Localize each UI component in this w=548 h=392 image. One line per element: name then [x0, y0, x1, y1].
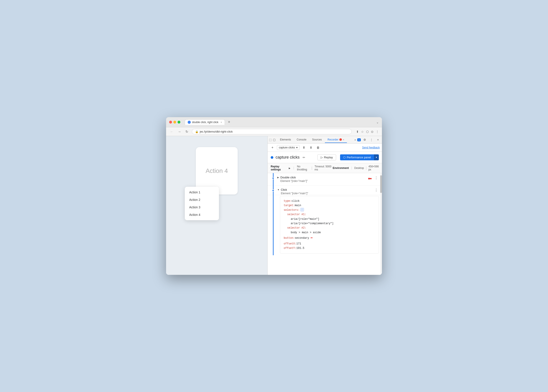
red-arrow-icon-1: ⬅ [368, 176, 372, 182]
edit-title-icon[interactable]: ✏ [303, 156, 305, 159]
profile-icon[interactable]: ⊙ [371, 130, 373, 133]
code-val-body: body > main > aside [291, 230, 321, 235]
device-mode-icon[interactable]: ▢ [273, 138, 275, 141]
action-1-content: Double click Element "[role="main"]" [280, 176, 368, 182]
more-tabs-icon[interactable]: » [354, 138, 356, 141]
action-expand-icon-2[interactable]: ▼ [277, 189, 280, 191]
replay-label: Replay [324, 156, 333, 159]
code-key-offsety: offsetY: [284, 246, 296, 250]
resolution-value: 458×566 px [368, 165, 379, 171]
lock-icon: 🔒 [195, 130, 198, 133]
code-line-button: button: secondary ⬅ [284, 235, 375, 242]
scrollbar-thumb[interactable] [380, 175, 382, 193]
main-card-text: Action 4 [205, 167, 228, 175]
import-button[interactable]: ⬇ [308, 145, 314, 150]
tab-close-icon[interactable]: × [220, 121, 222, 124]
action-2-content: Click Element "[role="main"]" [281, 188, 373, 195]
share-icon[interactable]: ⬆ [356, 130, 359, 133]
devtools-more-icon[interactable]: ⋮ [369, 137, 374, 142]
tab-sources[interactable]: Sources [309, 137, 324, 143]
devtools-close-icon[interactable]: × [375, 137, 381, 142]
browser-tab[interactable]: double click, right click × [185, 119, 225, 125]
replay-settings-arrow[interactable]: ▶ [289, 167, 290, 169]
close-button[interactable] [169, 121, 172, 124]
maximize-button[interactable] [177, 121, 180, 124]
devtools-panel: ⬚ ▢ Elements Console Sources Recorder 🔴 … [267, 136, 382, 275]
devtools-icons: » 1 ⚙ ⋮ × [354, 137, 381, 142]
reload-button[interactable]: ↻ [185, 129, 189, 134]
performance-panel-button[interactable]: ⬡ Performance panel [340, 154, 374, 160]
tab-elements[interactable]: Elements [277, 137, 294, 143]
window-chevron[interactable]: ⌄ [376, 120, 379, 124]
recorder-header: capture clicks ✏ ▷ Replay ⬡ Performance … [268, 152, 382, 163]
replay-settings-label: Replay settings [271, 165, 288, 171]
back-button[interactable]: ← [169, 129, 174, 134]
code-line-selectors: selectors: ⬚ [284, 208, 375, 212]
tab-title: double click, right click [192, 121, 218, 124]
code-val-button: secondary [295, 236, 309, 240]
add-recording-button[interactable]: + [270, 145, 275, 150]
action-double-click[interactable]: ▶ Double click Element "[role="main"]" ⬅… [268, 173, 382, 185]
context-menu-item-1[interactable]: Action 1 [185, 189, 219, 196]
code-line-offsety: offsetY: 191.5 [284, 246, 375, 250]
code-key-selectors: selectors: [284, 208, 300, 212]
code-line-offsetx: offsetX: 171 [284, 242, 375, 246]
tab-recorder[interactable]: Recorder 🔴 × [325, 137, 347, 143]
dropdown-chevron-icon: ▾ [296, 146, 298, 149]
recording-name: capture clicks [279, 146, 295, 149]
new-tab-button[interactable]: + [227, 120, 232, 124]
timeline-container: ▶ Double click Element "[role="main"]" ⬅… [268, 173, 382, 255]
title-bar: double click, right click × + ⌄ [166, 117, 382, 127]
code-line-target: target: main [284, 203, 375, 208]
export-button[interactable]: ⬆ [301, 145, 307, 150]
devtools-settings-icon[interactable]: ⚙ [362, 137, 367, 142]
context-menu-item-4[interactable]: Action 4 [185, 211, 219, 218]
send-feedback-link[interactable]: Send feedback [362, 146, 380, 149]
code-line-type: type: click [284, 199, 375, 203]
recording-select[interactable]: capture clicks ▾ [277, 145, 300, 150]
environment-label: Environment [333, 167, 349, 170]
traffic-lights [169, 121, 180, 124]
replay-button[interactable]: ▷ Replay [317, 154, 336, 160]
action-expand-icon-1[interactable]: ▶ [277, 176, 279, 179]
code-line-aria2: aria/[role="complementary"] [284, 221, 375, 226]
code-key-type: type: [284, 199, 292, 203]
tab-favicon [188, 121, 191, 124]
red-arrow-icon-2: ⬅ [310, 235, 313, 242]
inspect-icon[interactable]: ⬚ [269, 138, 272, 141]
code-line-aria1: aria/[role="main"] [284, 217, 375, 221]
performance-panel-label: Performance panel [347, 156, 371, 159]
performance-panel-icon: ⬡ [343, 156, 346, 159]
notification-badge: 1 [357, 138, 361, 141]
timeline-dot-2 [272, 189, 274, 192]
delete-button[interactable]: 🗑 [316, 145, 321, 150]
action-more-button-1[interactable]: ⋮ [373, 176, 379, 180]
bookmark-icon[interactable]: ☆ [361, 130, 364, 133]
action-1-title: Double click [280, 176, 368, 179]
code-block: type: click target: main selectors: ⬚ [280, 196, 379, 253]
address-input[interactable]: 🔒 jec.fyi/demo/dbl-right-click [192, 129, 352, 134]
selector-icon[interactable]: ⬚ [300, 208, 304, 211]
recorder-indicator-icon: 🔴 [339, 138, 342, 141]
performance-panel-dropdown-button[interactable]: ▾ [374, 154, 379, 160]
code-val-aria1: aria/[role="main"] [291, 217, 319, 221]
context-menu-item-3[interactable]: Action 3 [185, 203, 219, 211]
code-val-offsety: 191.5 [296, 246, 304, 250]
actions-area: ▶ Double click Element "[role="main"]" ⬅… [268, 173, 382, 275]
settings-right: Environment Desktop | 458×566 px [333, 165, 379, 171]
context-menu: Action 1 Action 2 Action 3 Action 4 [185, 187, 219, 220]
recorder-tab-close-icon[interactable]: × [343, 138, 344, 141]
action-more-button-2[interactable]: ⋮ [373, 188, 379, 192]
code-key-target: target: [284, 203, 295, 208]
forward-button[interactable]: → [177, 129, 182, 134]
extension-icon[interactable]: ⬡ [366, 130, 369, 133]
settings-bar: Replay settings ▶ No throttling | Timeou… [268, 163, 382, 173]
env-divider [351, 167, 352, 170]
webpage-area: Action 4 Action 1 Action 2 Action 3 Acti… [166, 136, 267, 275]
performance-panel-group: ⬡ Performance panel ▾ [340, 154, 379, 160]
tab-console[interactable]: Console [294, 137, 309, 143]
more-icon[interactable]: ⋮ [376, 130, 379, 133]
action-click[interactable]: ▼ Click Element "[role="main"]" ⋮ [268, 185, 382, 195]
minimize-button[interactable] [173, 121, 176, 124]
context-menu-item-2[interactable]: Action 2 [185, 196, 219, 203]
